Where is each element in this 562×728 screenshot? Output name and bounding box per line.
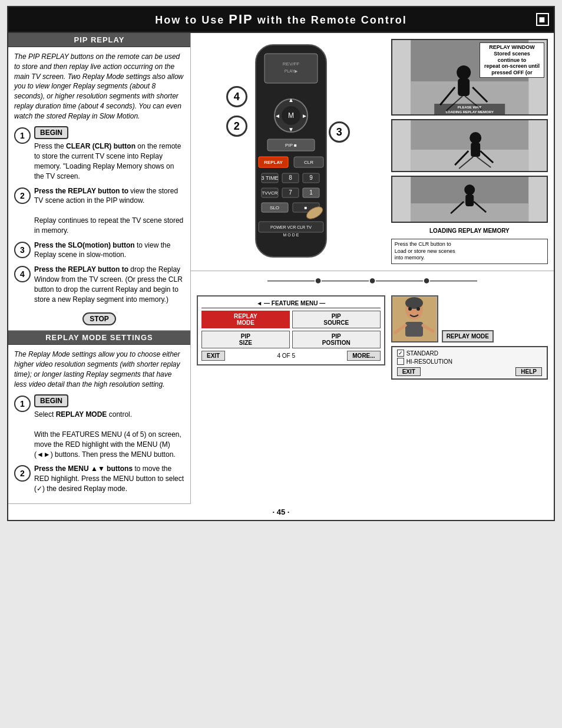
- feature-menu-box: ◄ — FEATURE MENU — REPLAYMODE PIPSOURCE …: [197, 295, 385, 365]
- step-num-2: 2: [14, 187, 31, 204]
- svg-text:REV/FF: REV/FF: [283, 61, 300, 67]
- replay-step-num-2: 2: [14, 465, 31, 482]
- replay-window-label: REPLAY WINDOWStored scenes continue tore…: [480, 42, 544, 78]
- svg-text:SLO: SLO: [270, 205, 279, 210]
- menu-btn-more[interactable]: MORE...: [347, 351, 380, 361]
- svg-text:■: ■: [304, 205, 307, 210]
- svg-point-65: [408, 307, 412, 311]
- svg-text:REPLAY: REPLAY: [264, 160, 283, 165]
- svg-text:1: 1: [309, 189, 313, 196]
- menu-btn-exit[interactable]: EXIT: [201, 351, 225, 361]
- divider-arrows: ————●————●————●————: [191, 271, 554, 289]
- begin-btn-1: BEGIN: [34, 126, 68, 140]
- svg-text:►: ►: [302, 113, 308, 119]
- svg-point-58: [464, 185, 475, 195]
- svg-point-50: [470, 132, 481, 144]
- loading-label: LOADING REPLAY MEMORY: [391, 226, 548, 235]
- right-bottom: ◄ — FEATURE MENU — REPLAYMODE PIPSOURCE …: [191, 289, 554, 386]
- menu-row-2: PIPSIZE PIPPOSITION: [201, 331, 381, 348]
- begin-btn-2: BEGIN: [34, 394, 68, 408]
- page-indicator: 4 OF 5: [277, 353, 295, 359]
- step-num-1: 1: [14, 127, 31, 144]
- checkbox-standard[interactable]: ✓: [397, 350, 404, 357]
- replay-mode-step-1: 1 BEGIN Select REPLAY MODE control. With…: [14, 394, 184, 460]
- badge-3: 3: [329, 121, 350, 143]
- svg-text:3 TIME: 3 TIME: [261, 175, 278, 181]
- pip-replay-step-4: 4 Press the REPLAY button to drop the Re…: [14, 265, 184, 304]
- main-content: PIP REPLAY The PIP REPLAY buttons on the…: [8, 33, 554, 504]
- checkbox-hi-res[interactable]: [397, 358, 404, 365]
- badge-4: 4: [226, 86, 247, 107]
- menu-btn-pip-source[interactable]: PIPSOURCE: [292, 311, 381, 328]
- mode-option-standard: ✓ STANDARD: [397, 350, 542, 357]
- replay-step-num-1: 1: [14, 396, 31, 412]
- step-1-content: BEGIN Press the CLEAR (CLR) button on th…: [34, 126, 184, 182]
- svg-text:◄: ◄: [275, 113, 280, 119]
- pip-replay-content: The PIP REPLAY buttons on the remote can…: [8, 47, 190, 331]
- remote-image: REV/FF PLAY▶ M ▲ ▼ ◄ ►: [238, 39, 344, 263]
- svg-text:PIP ■: PIP ■: [285, 143, 297, 148]
- svg-text:LOADING REPLAY MEMORY: LOADING REPLAY MEMORY: [445, 110, 493, 114]
- menu-btn-pip-size[interactable]: PIPSIZE: [201, 331, 290, 348]
- replay-mode-content: The Replay Mode settings allow you to ch…: [8, 345, 190, 503]
- step-4-content: Press the REPLAY button to drop the Repl…: [34, 265, 184, 304]
- svg-text:7: 7: [289, 189, 292, 196]
- replay-mode-intro: The Replay Mode settings allow you to ch…: [14, 350, 184, 389]
- svg-rect-67: [405, 322, 423, 337]
- svg-point-66: [416, 307, 420, 311]
- replay-mode-overlay: REPLAY MODE ✓ STANDARD HI-RESOLUTION: [391, 295, 548, 380]
- dialog-help-btn[interactable]: HELP: [515, 367, 542, 376]
- step-3-content: Press the SLO(motion) button to view the…: [34, 241, 184, 261]
- step-num-4: 4: [14, 266, 31, 282]
- scene-bottom: [391, 176, 548, 223]
- step-num-3: 3: [14, 242, 31, 258]
- page-number: · 45 ·: [8, 504, 554, 520]
- svg-text:POWER  VCR  CLR  TV: POWER VCR CLR TV: [270, 225, 312, 229]
- step-2-content: Press the REPLAY button to view the stor…: [34, 186, 184, 236]
- svg-text:9: 9: [309, 174, 313, 181]
- svg-rect-59: [465, 195, 474, 206]
- dialog-exit-btn[interactable]: EXIT: [397, 367, 421, 376]
- mode-option-hi-res: HI-RESOLUTION: [397, 358, 542, 365]
- menu-row-1: REPLAYMODE PIPSOURCE: [201, 311, 381, 328]
- skier-scene-bottom: [392, 177, 547, 223]
- svg-text:TVVCR: TVVCR: [262, 190, 277, 196]
- replay-step-1-content: BEGIN Select REPLAY MODE control. With t…: [34, 394, 184, 460]
- menu-btn-pip-position[interactable]: PIPPOSITION: [292, 331, 381, 348]
- svg-rect-51: [471, 143, 480, 157]
- stop-btn: STOP: [82, 312, 115, 325]
- menu-btn-replay-mode[interactable]: REPLAYMODE: [201, 311, 290, 328]
- remote-area: 4 2 3 R: [197, 39, 385, 265]
- pip-replay-header: PIP REPLAY: [8, 33, 190, 47]
- pip-replay-step-2: 2 Press the REPLAY button to view the st…: [14, 186, 184, 236]
- svg-point-39: [457, 65, 471, 80]
- feature-menu-title: ◄ — FEATURE MENU —: [201, 300, 381, 308]
- svg-text:CLR: CLR: [304, 160, 313, 165]
- feature-menu-area: ◄ — FEATURE MENU — REPLAYMODE PIPSOURCE …: [197, 295, 385, 380]
- header-title: How to Use PIP with the Remote Control: [155, 14, 406, 26]
- pip-replay-step-1: 1 BEGIN Press the CLEAR (CLR) button on …: [14, 126, 184, 182]
- svg-text:PLAY▶: PLAY▶: [285, 69, 298, 73]
- replay-mode-dialog: ✓ STANDARD HI-RESOLUTION EXIT HELP: [391, 346, 548, 380]
- scene-middle: [391, 119, 548, 172]
- scenes-column: PLEASE WAIT LOADING REPLAY MEMORY REPLAY…: [391, 39, 548, 265]
- svg-rect-49: [411, 150, 528, 172]
- svg-text:▲: ▲: [288, 97, 294, 103]
- replay-mode-bubble: REPLAY MODE: [442, 330, 494, 342]
- right-top: 4 2 3 R: [191, 33, 554, 271]
- replay-step-2-content: Press the MENU ▲▼ buttons to move the RE…: [34, 464, 184, 493]
- skier-scene-middle: [392, 120, 547, 172]
- replay-mode-step-2: 2 Press the MENU ▲▼ buttons to move the …: [14, 464, 184, 493]
- left-column: PIP REPLAY The PIP REPLAY buttons on the…: [8, 33, 191, 504]
- page-header: How to Use PIP with the Remote Control ■: [8, 7, 554, 33]
- corner-box: ■: [536, 13, 549, 26]
- mode-person-illustration: [391, 295, 438, 342]
- right-column: 4 2 3 R: [191, 33, 554, 504]
- menu-footer: EXIT 4 OF 5 MORE...: [201, 351, 381, 361]
- badge-2: 2: [226, 116, 247, 137]
- pip-replay-step-3: 3 Press the SLO(motion) button to view t…: [14, 241, 184, 261]
- svg-text:M  O  D  E: M O D E: [283, 233, 299, 237]
- clr-note: Press the CLR button toLoad or store new…: [391, 239, 548, 264]
- svg-text:PLEASE WAIT: PLEASE WAIT: [457, 106, 481, 109]
- svg-text:M: M: [288, 111, 294, 120]
